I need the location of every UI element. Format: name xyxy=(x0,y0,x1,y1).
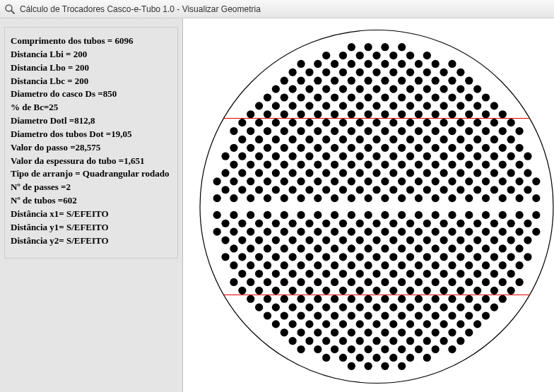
svg-point-19 xyxy=(230,194,238,202)
svg-point-391 xyxy=(415,295,423,303)
svg-point-41 xyxy=(247,211,255,219)
svg-point-99 xyxy=(281,278,288,286)
svg-point-481 xyxy=(466,77,473,85)
svg-point-536 xyxy=(490,304,498,311)
svg-point-531 xyxy=(490,220,498,227)
svg-point-216 xyxy=(339,220,347,227)
svg-point-301 xyxy=(382,43,389,51)
svg-point-424 xyxy=(432,244,440,252)
svg-point-157 xyxy=(314,127,322,135)
svg-point-219 xyxy=(339,270,347,278)
svg-point-22 xyxy=(230,244,238,252)
svg-point-217 xyxy=(339,236,347,244)
svg-point-147 xyxy=(306,253,314,261)
svg-point-316 xyxy=(382,295,389,303)
svg-point-456 xyxy=(449,211,456,219)
svg-point-55 xyxy=(255,253,263,261)
svg-point-278 xyxy=(365,295,372,303)
svg-point-125 xyxy=(297,160,305,168)
svg-point-432 xyxy=(440,85,448,93)
svg-point-558 xyxy=(507,287,515,295)
svg-point-109 xyxy=(289,169,297,177)
svg-point-173 xyxy=(323,85,331,93)
svg-point-525 xyxy=(490,102,498,109)
svg-point-119 xyxy=(297,60,305,68)
svg-point-185 xyxy=(323,304,331,311)
svg-point-568 xyxy=(516,278,524,286)
svg-point-446 xyxy=(440,337,448,345)
svg-point-273 xyxy=(365,211,372,219)
svg-point-34 xyxy=(239,287,247,295)
svg-point-310 xyxy=(382,194,389,202)
svg-point-189 xyxy=(331,60,338,68)
svg-point-574 xyxy=(524,253,532,261)
svg-point-179 xyxy=(323,186,331,194)
svg-point-170 xyxy=(314,345,322,353)
svg-point-48 xyxy=(255,119,263,126)
svg-point-54 xyxy=(255,236,263,244)
svg-point-380 xyxy=(415,110,423,118)
svg-point-472 xyxy=(457,186,465,194)
svg-point-81 xyxy=(272,236,280,244)
svg-point-15 xyxy=(230,127,238,135)
svg-point-370 xyxy=(406,253,414,261)
svg-point-154 xyxy=(314,77,322,85)
svg-point-500 xyxy=(474,136,482,143)
svg-point-407 xyxy=(423,270,431,278)
svg-point-516 xyxy=(482,177,490,185)
svg-point-449 xyxy=(449,93,456,101)
parameters-panel: Comprimento dos tubos = 6096 Distancia L… xyxy=(4,27,178,259)
svg-point-542 xyxy=(499,194,507,202)
svg-point-546 xyxy=(499,261,507,269)
svg-point-538 xyxy=(499,127,507,135)
svg-point-152 xyxy=(306,337,314,345)
svg-point-509 xyxy=(474,304,482,311)
param-x1: Distância x1= S/EFEITO xyxy=(11,208,169,221)
svg-point-181 xyxy=(323,236,331,244)
svg-point-576 xyxy=(533,194,541,202)
svg-point-393 xyxy=(415,328,423,336)
svg-point-428 xyxy=(432,311,440,319)
svg-point-177 xyxy=(323,153,331,160)
svg-point-563 xyxy=(516,194,524,202)
svg-point-395 xyxy=(423,52,431,59)
svg-point-257 xyxy=(356,270,364,278)
svg-point-490 xyxy=(466,228,473,236)
svg-point-127 xyxy=(297,194,305,202)
svg-point-73 xyxy=(272,85,280,93)
svg-point-575 xyxy=(533,177,541,185)
svg-point-422 xyxy=(432,211,440,219)
svg-point-293 xyxy=(373,236,381,244)
svg-point-387 xyxy=(415,228,423,236)
svg-point-336 xyxy=(390,320,398,328)
svg-point-156 xyxy=(314,110,322,118)
svg-point-142 xyxy=(306,153,314,160)
svg-point-232 xyxy=(348,160,355,168)
svg-point-362 xyxy=(406,102,414,109)
svg-point-122 xyxy=(297,110,305,118)
svg-point-58 xyxy=(255,304,263,311)
svg-point-329 xyxy=(390,186,398,194)
svg-point-286 xyxy=(373,102,381,109)
svg-point-265 xyxy=(365,77,372,85)
svg-point-45 xyxy=(247,278,255,286)
svg-point-352 xyxy=(399,261,406,269)
svg-point-299 xyxy=(373,337,381,345)
svg-point-289 xyxy=(373,153,381,160)
svg-point-415 xyxy=(432,93,440,101)
svg-point-272 xyxy=(365,194,372,202)
svg-point-452 xyxy=(449,144,456,152)
svg-point-497 xyxy=(474,85,482,93)
svg-point-7 xyxy=(213,211,221,219)
svg-point-26 xyxy=(239,136,247,143)
svg-point-2 xyxy=(200,30,553,384)
svg-point-64 xyxy=(264,177,271,185)
svg-point-569 xyxy=(524,153,532,160)
svg-point-14 xyxy=(222,253,230,261)
svg-point-86 xyxy=(272,320,280,328)
svg-point-514 xyxy=(482,144,490,152)
svg-point-77 xyxy=(272,153,280,160)
svg-point-18 xyxy=(230,177,238,185)
svg-point-363 xyxy=(406,119,414,126)
svg-point-270 xyxy=(365,160,372,168)
